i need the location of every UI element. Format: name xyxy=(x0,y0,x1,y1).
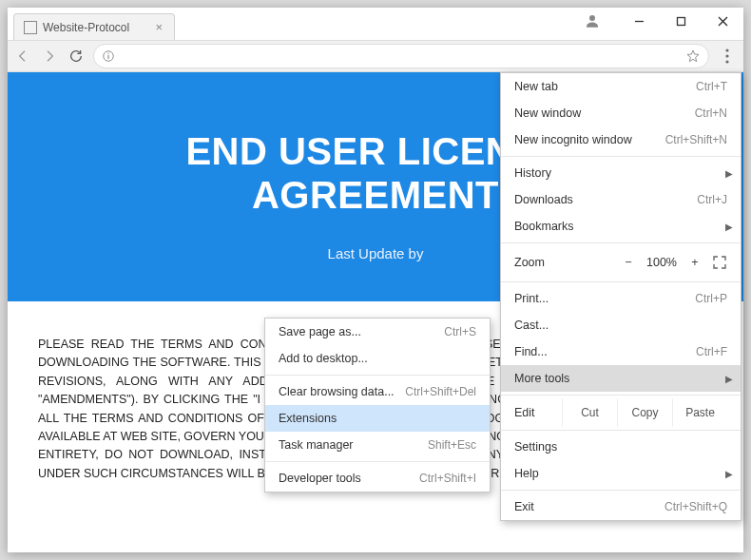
menu-bookmarks[interactable]: Bookmarks▶ xyxy=(501,213,741,240)
tab-title: Website-Protocol xyxy=(43,21,153,34)
submenu-extensions[interactable]: Extensions xyxy=(265,405,490,432)
chevron-right-icon: ▶ xyxy=(725,168,733,179)
submenu-add-to-desktop[interactable]: Add to desktop... xyxy=(265,345,490,372)
menu-edit-row: Edit Cut Copy Paste xyxy=(501,398,741,427)
reload-button[interactable] xyxy=(67,47,86,66)
chevron-right-icon: ▶ xyxy=(725,469,733,479)
main-menu-button[interactable] xyxy=(717,46,738,67)
info-icon xyxy=(102,49,115,63)
page-icon xyxy=(24,21,37,34)
menu-exit[interactable]: ExitCtrl+Shift+Q xyxy=(501,493,741,520)
back-button[interactable] xyxy=(13,47,32,66)
menu-separator xyxy=(501,430,741,431)
submenu-save-page-as[interactable]: Save page as...Ctrl+S xyxy=(265,319,490,345)
window-controls xyxy=(584,8,743,34)
bookmark-star-icon[interactable] xyxy=(685,48,701,64)
titlebar: Website-Protocol × xyxy=(8,8,743,40)
edit-label: Edit xyxy=(514,406,562,419)
svg-point-11 xyxy=(725,60,728,63)
maximize-button[interactable] xyxy=(660,8,702,34)
forward-button[interactable] xyxy=(40,47,59,66)
svg-marker-8 xyxy=(687,50,699,62)
zoom-label: Zoom xyxy=(514,256,617,269)
menu-zoom-row: Zoom − 100% + xyxy=(501,246,741,279)
menu-separator xyxy=(501,395,741,396)
svg-point-7 xyxy=(107,52,108,53)
submenu-developer-tools[interactable]: Developer toolsCtrl+Shift+I xyxy=(265,465,490,492)
address-bar[interactable] xyxy=(93,44,709,68)
submenu-clear-browsing-data[interactable]: Clear browsing data...Ctrl+Shift+Del xyxy=(265,378,490,405)
svg-point-10 xyxy=(725,54,728,57)
menu-separator xyxy=(501,156,741,157)
menu-separator xyxy=(501,490,741,491)
menu-settings[interactable]: Settings xyxy=(501,434,741,460)
menu-cast[interactable]: Cast... xyxy=(501,312,741,338)
menu-new-window[interactable]: New windowCtrl+N xyxy=(501,100,741,126)
menu-downloads[interactable]: DownloadsCtrl+J xyxy=(501,186,741,213)
menu-help[interactable]: Help▶ xyxy=(501,460,741,487)
submenu-task-manager[interactable]: Task managerShift+Esc xyxy=(265,432,490,458)
main-menu: New tabCtrl+T New windowCtrl+N New incog… xyxy=(500,72,741,521)
menu-more-tools[interactable]: More tools▶ xyxy=(501,365,741,392)
menu-separator xyxy=(265,375,490,376)
svg-rect-6 xyxy=(107,55,108,59)
zoom-value: 100% xyxy=(640,256,684,269)
menu-print[interactable]: Print...Ctrl+P xyxy=(501,285,741,312)
svg-point-9 xyxy=(725,48,728,51)
svg-rect-2 xyxy=(677,17,684,25)
menu-incognito[interactable]: New incognito windowCtrl+Shift+N xyxy=(501,126,741,153)
title-line-2: AGREEMENT xyxy=(252,174,499,216)
menu-separator xyxy=(501,242,741,243)
menu-separator xyxy=(265,461,490,462)
chevron-right-icon: ▶ xyxy=(725,374,733,384)
menu-history[interactable]: History▶ xyxy=(501,160,741,186)
more-tools-submenu: Save page as...Ctrl+S Add to desktop... … xyxy=(264,318,491,492)
chevron-right-icon: ▶ xyxy=(725,222,733,232)
browser-tab[interactable]: Website-Protocol × xyxy=(13,13,175,40)
menu-find[interactable]: Find...Ctrl+F xyxy=(501,338,741,365)
svg-point-0 xyxy=(589,15,595,21)
close-tab-icon[interactable]: × xyxy=(153,20,164,34)
copy-button[interactable]: Copy xyxy=(617,398,672,427)
minimize-button[interactable] xyxy=(618,8,660,34)
profile-avatar-icon[interactable] xyxy=(584,12,601,29)
menu-new-tab[interactable]: New tabCtrl+T xyxy=(501,73,741,100)
fullscreen-icon[interactable] xyxy=(712,255,727,270)
paste-button[interactable]: Paste xyxy=(672,398,727,427)
close-window-button[interactable] xyxy=(702,8,743,34)
zoom-in-button[interactable]: + xyxy=(684,256,706,269)
zoom-out-button[interactable]: − xyxy=(617,256,640,269)
menu-separator xyxy=(501,281,741,282)
toolbar xyxy=(8,40,743,72)
cut-button[interactable]: Cut xyxy=(562,398,617,427)
